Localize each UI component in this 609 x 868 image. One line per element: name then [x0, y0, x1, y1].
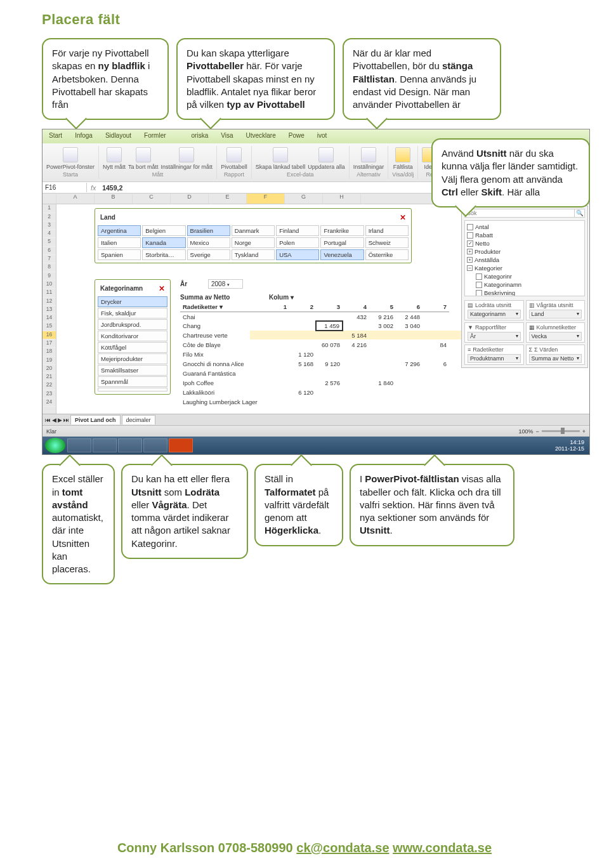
- pivot-kol-label[interactable]: Kolum ▾: [269, 294, 294, 301]
- row-header[interactable]: 18: [43, 348, 56, 356]
- footer-url-link[interactable]: www.condata.se: [393, 841, 492, 855]
- checkbox-icon[interactable]: [467, 224, 473, 230]
- ribbon-button[interactable]: Inställningar: [353, 147, 384, 170]
- row-header[interactable]: 11: [43, 289, 56, 297]
- slicer-item[interactable]: Norge: [232, 237, 275, 248]
- slicer-item[interactable]: Mejeriprodukter: [98, 353, 167, 364]
- slicer-item[interactable]: Österrike: [365, 249, 409, 260]
- taskbar-icon[interactable]: [118, 438, 142, 452]
- nav-last-icon[interactable]: ⏭: [63, 417, 69, 423]
- pivot-cell[interactable]: [422, 350, 449, 359]
- pivot-cell[interactable]: 3 002: [369, 321, 396, 331]
- pivot-cell[interactable]: [343, 359, 369, 369]
- sheet-tab-active[interactable]: Pivot Land och: [70, 415, 121, 424]
- field-tree-node[interactable]: Antal: [467, 223, 582, 231]
- expand-icon[interactable]: −: [467, 265, 473, 271]
- ribbon-button[interactable]: Nytt mått: [103, 147, 126, 170]
- pivot-cell[interactable]: [263, 331, 289, 340]
- drop-zone[interactable]: ≡RadetiketterProduktnamn: [464, 345, 524, 365]
- drop-zone[interactable]: ▦KolumnetiketterVecka: [526, 322, 586, 343]
- taskbar-icon[interactable]: [67, 438, 91, 452]
- row-header[interactable]: 15: [43, 322, 56, 331]
- checkbox-icon[interactable]: [476, 273, 482, 280]
- ribbon-button[interactable]: Pivottabell: [221, 147, 247, 170]
- ribbon-tab[interactable]: Infoga: [69, 129, 99, 143]
- row-header[interactable]: 23: [43, 390, 56, 398]
- slicer-item[interactable]: Portugal: [320, 237, 363, 248]
- slicer-item[interactable]: Storbrita…: [142, 249, 185, 260]
- row-header[interactable]: 13: [43, 306, 56, 314]
- name-box[interactable]: F16: [43, 183, 87, 192]
- ribbon-tab[interactable]: Sidlayout: [99, 129, 138, 143]
- row-header[interactable]: 1: [43, 204, 56, 213]
- pivot-cell[interactable]: [263, 378, 289, 388]
- col-header[interactable]: F: [247, 194, 285, 204]
- slicer-item[interactable]: [98, 388, 167, 391]
- pivot-cell[interactable]: [369, 397, 396, 407]
- slicer-item[interactable]: Argentina: [98, 225, 141, 236]
- pivot-cell[interactable]: [316, 397, 343, 407]
- pivot-cell[interactable]: [263, 388, 289, 397]
- pivot-cell[interactable]: [263, 359, 289, 369]
- ribbon-button[interactable]: Fältlista: [393, 147, 413, 170]
- row-header[interactable]: 17: [43, 339, 56, 348]
- slicer-item[interactable]: Belgien: [142, 225, 185, 236]
- slicer-item[interactable]: Spannmål: [98, 376, 167, 387]
- ribbon-tab[interactable]: Powe: [282, 129, 311, 143]
- slicer-item[interactable]: Kanada: [142, 237, 185, 248]
- pivot-cell[interactable]: [369, 369, 396, 378]
- pivot-cell[interactable]: [369, 331, 396, 340]
- drop-zone-item[interactable]: Produktnamn: [468, 354, 521, 363]
- pivot-cell[interactable]: [289, 321, 316, 331]
- formula-value[interactable]: 1459,2: [100, 184, 125, 192]
- taskbar-icon[interactable]: [169, 438, 193, 452]
- nav-prev-icon[interactable]: ◀: [52, 417, 56, 423]
- checkbox-icon[interactable]: ✓: [467, 240, 473, 247]
- row-header[interactable]: 6: [43, 247, 56, 255]
- nav-next-icon[interactable]: ▶: [58, 417, 62, 423]
- col-header[interactable]: H: [323, 194, 361, 204]
- pivot-cell[interactable]: [343, 321, 369, 331]
- pivot-cell[interactable]: [343, 350, 369, 359]
- slicer-item[interactable]: USA: [276, 249, 319, 260]
- field-tree-node[interactable]: Kategorinamn: [476, 280, 582, 289]
- pivot-cell[interactable]: [396, 369, 422, 378]
- pivot-cell[interactable]: 5 168: [289, 359, 316, 369]
- pivot-cell[interactable]: [422, 331, 449, 340]
- pivot-cell[interactable]: [343, 369, 369, 378]
- pivot-cell[interactable]: 1 840: [369, 378, 396, 388]
- field-tree[interactable]: AntalRabatt✓Netto+Produkter+Anställda−Ka…: [464, 220, 585, 296]
- pivot-cell[interactable]: [316, 312, 343, 321]
- expand-icon[interactable]: +: [467, 257, 473, 263]
- pivot-cell[interactable]: 2 576: [316, 378, 343, 388]
- pivot-cell[interactable]: [422, 369, 449, 378]
- col-header[interactable]: D: [171, 194, 209, 204]
- pivot-cell[interactable]: [316, 369, 343, 378]
- ribbon-tab[interactable]: Start: [43, 129, 69, 143]
- pivot-cell[interactable]: 60 078: [316, 340, 343, 350]
- pivot-cell[interactable]: [369, 359, 396, 369]
- pivot-cell[interactable]: [263, 340, 289, 350]
- pivot-cell[interactable]: [422, 388, 449, 397]
- pivot-cell[interactable]: [396, 340, 422, 350]
- slicer-item[interactable]: Spanien: [98, 249, 141, 260]
- slicer-kategori[interactable]: Kategorinamn ⨯ DryckerFisk, skaldjurJord…: [95, 279, 171, 395]
- drop-zone[interactable]: ▤Lodräta utsnittKategorinamn: [464, 300, 524, 320]
- drop-zone-item[interactable]: År: [468, 332, 521, 341]
- ribbon-tab[interactable]: ivot: [311, 129, 334, 143]
- start-button[interactable]: [45, 438, 65, 453]
- slicer-item[interactable]: Tyskland: [232, 249, 275, 260]
- zoom-controls[interactable]: 100% −+: [518, 428, 586, 435]
- drop-zone[interactable]: ΣΣ VärdenSumma av Netto: [526, 345, 586, 365]
- pivot-cell[interactable]: 2 448: [396, 312, 422, 321]
- nav-first-icon[interactable]: ⏮: [45, 417, 51, 423]
- row-header[interactable]: 2: [43, 213, 56, 221]
- pivot-cell[interactable]: [396, 388, 422, 397]
- ribbon-tab[interactable]: Utvecklare: [240, 129, 282, 143]
- field-tree-node[interactable]: Beskrivning: [476, 289, 582, 296]
- row-header[interactable]: 4: [43, 230, 56, 238]
- pivot-cell[interactable]: [289, 369, 316, 378]
- ribbon-button[interactable]: PowerPivot-fönster: [46, 147, 95, 170]
- pivot-cell[interactable]: 6 120: [289, 388, 316, 397]
- row-header[interactable]: 5: [43, 238, 56, 246]
